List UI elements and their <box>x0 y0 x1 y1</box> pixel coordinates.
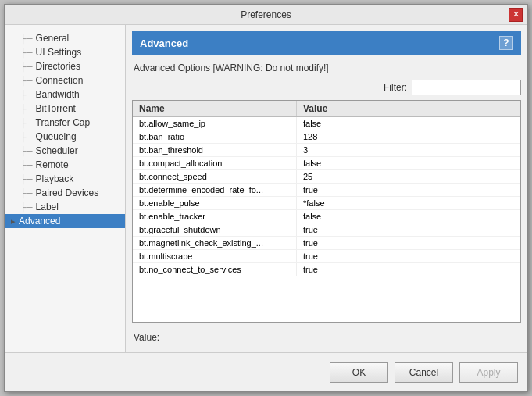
sidebar-item-label[interactable]: ├─ Label <box>5 200 125 214</box>
cell-value: 128 <box>297 130 520 143</box>
footer: OK Cancel Apply <box>5 352 527 391</box>
filter-input[interactable] <box>412 80 521 95</box>
sidebar-item-label: Bandwidth <box>36 89 80 100</box>
column-name: Name <box>133 101 297 116</box>
table-row[interactable]: bt.graceful_shutdowntrue <box>133 223 520 237</box>
cell-name: bt.allow_same_ip <box>133 117 297 130</box>
panel-header: Advanced ? <box>132 31 521 55</box>
main-panel: Advanced ? Advanced Options [WARNING: Do… <box>126 25 527 352</box>
cell-name: bt.enable_pulse <box>133 197 297 209</box>
panel-title: Advanced <box>140 37 188 49</box>
help-button[interactable]: ? <box>499 36 513 50</box>
cell-name: bt.multiscrape <box>133 250 297 262</box>
table-row[interactable]: bt.enable_pulse*false <box>133 197 520 210</box>
filter-row: Filter: <box>132 80 521 95</box>
window-title: Preferences <box>23 9 509 20</box>
sidebar-item-transfer-cap[interactable]: ├─ Transfer Cap <box>5 116 125 130</box>
filter-label: Filter: <box>384 82 407 93</box>
advanced-table: Name Value bt.allow_same_ipfalsebt.ban_r… <box>132 100 521 323</box>
tree-line-icon: ├─ <box>20 202 33 212</box>
table-row[interactable]: bt.ban_threshold3 <box>133 144 520 157</box>
sidebar-item-paired-devices[interactable]: ├─ Paired Devices <box>5 186 125 200</box>
sidebar-item-general[interactable]: ├─ General <box>5 31 125 45</box>
sidebar-item-label: Remote <box>36 159 69 170</box>
cell-value: true <box>297 250 520 262</box>
content-area: ├─ General├─ UI Settings├─ Directories├─… <box>5 25 527 352</box>
cell-value: false <box>297 117 520 130</box>
sidebar-item-label: Queueing <box>36 131 77 142</box>
sidebar-item-label: UI Settings <box>36 47 82 58</box>
sidebar-item-label: Scheduler <box>36 145 78 156</box>
tree-line-icon: ├─ <box>20 76 33 85</box>
sidebar-item-bittorrent[interactable]: ├─ BitTorrent <box>5 102 125 116</box>
tree-line-icon: ├─ <box>20 62 33 71</box>
tree-line-icon: ├─ <box>20 104 33 113</box>
sidebar-item-label: Advanced <box>19 216 60 227</box>
table-row[interactable]: bt.allow_same_ipfalse <box>133 117 520 130</box>
apply-button[interactable]: Apply <box>459 362 518 383</box>
sidebar-item-advanced[interactable]: ▸Advanced <box>5 214 125 228</box>
tree-line-icon: ├─ <box>20 132 33 141</box>
cell-value: true <box>297 237 520 249</box>
cell-name: bt.compact_allocation <box>133 157 297 169</box>
toggle-icon: ▸ <box>11 216 16 227</box>
cell-name: bt.magnetlink_check_existing_... <box>133 237 297 249</box>
cell-name: bt.graceful_shutdown <box>133 223 297 236</box>
column-value: Value <box>297 101 520 116</box>
cell-value: *false <box>297 197 520 209</box>
cell-name: bt.connect_speed <box>133 170 297 183</box>
value-label: Value: <box>134 332 159 343</box>
warning-text: Advanced Options [WARNING: Do not modify… <box>132 62 521 73</box>
sidebar-item-remote[interactable]: ├─ Remote <box>5 158 125 172</box>
sidebar-item-label: Label <box>36 202 59 212</box>
cell-value: true <box>297 223 520 236</box>
sidebar-item-scheduler[interactable]: ├─ Scheduler <box>5 144 125 158</box>
table-header: Name Value <box>133 101 520 117</box>
tree-line-icon: ├─ <box>20 34 33 43</box>
tree-line-icon: ├─ <box>20 174 33 184</box>
cell-value: 3 <box>297 144 520 156</box>
cell-name: bt.enable_tracker <box>133 210 297 223</box>
tree-line-icon: ├─ <box>20 48 33 57</box>
sidebar: ├─ General├─ UI Settings├─ Directories├─… <box>5 25 126 352</box>
cell-name: bt.ban_threshold <box>133 144 297 156</box>
cell-value: true <box>297 184 520 196</box>
sidebar-item-playback[interactable]: ├─ Playback <box>5 172 125 186</box>
table-body: bt.allow_same_ipfalsebt.ban_ratio128bt.b… <box>133 117 520 322</box>
close-button[interactable]: ✕ <box>509 8 523 22</box>
tree-line-icon: ├─ <box>20 90 33 99</box>
table-row[interactable]: bt.ban_ratio128 <box>133 130 520 144</box>
table-row[interactable]: bt.determine_encoded_rate_fo...true <box>133 184 520 197</box>
sidebar-item-queueing[interactable]: ├─ Queueing <box>5 130 125 144</box>
sidebar-item-label: Connection <box>36 75 84 86</box>
sidebar-item-ui-settings[interactable]: ├─ UI Settings <box>5 45 125 59</box>
table-row[interactable]: bt.multiscrapetrue <box>133 250 520 263</box>
cell-name: bt.determine_encoded_rate_fo... <box>133 184 297 196</box>
sidebar-item-bandwidth[interactable]: ├─ Bandwidth <box>5 87 125 102</box>
sidebar-item-label: Paired Devices <box>36 187 99 198</box>
cell-value: 25 <box>297 170 520 183</box>
cell-value: false <box>297 210 520 223</box>
title-bar: Preferences ✕ <box>5 5 527 25</box>
table-row[interactable]: bt.magnetlink_check_existing_...true <box>133 237 520 250</box>
cancel-button[interactable]: Cancel <box>395 362 453 383</box>
cell-value: false <box>297 157 520 169</box>
cell-name: bt.no_connect_to_services <box>133 263 297 276</box>
table-row[interactable]: bt.no_connect_to_servicestrue <box>133 263 520 276</box>
ok-button[interactable]: OK <box>330 362 388 383</box>
preferences-window: Preferences ✕ ├─ General├─ UI Settings├─… <box>4 4 528 392</box>
tree-line-icon: ├─ <box>20 146 33 155</box>
cell-name: bt.ban_ratio <box>133 130 297 143</box>
cell-value: true <box>297 263 520 276</box>
tree-line-icon: ├─ <box>20 188 33 198</box>
sidebar-item-directories[interactable]: ├─ Directories <box>5 59 125 73</box>
table-row[interactable]: bt.compact_allocationfalse <box>133 157 520 170</box>
sidebar-item-label: BitTorrent <box>36 103 76 114</box>
sidebar-item-label: Transfer Cap <box>36 117 91 128</box>
table-row[interactable]: bt.connect_speed25 <box>133 170 520 184</box>
tree-line-icon: ├─ <box>20 118 33 127</box>
table-row[interactable]: bt.enable_trackerfalse <box>133 210 520 223</box>
sidebar-item-label: Playback <box>36 173 74 184</box>
sidebar-item-connection[interactable]: ├─ Connection <box>5 73 125 87</box>
sidebar-item-label: Directories <box>36 61 80 72</box>
